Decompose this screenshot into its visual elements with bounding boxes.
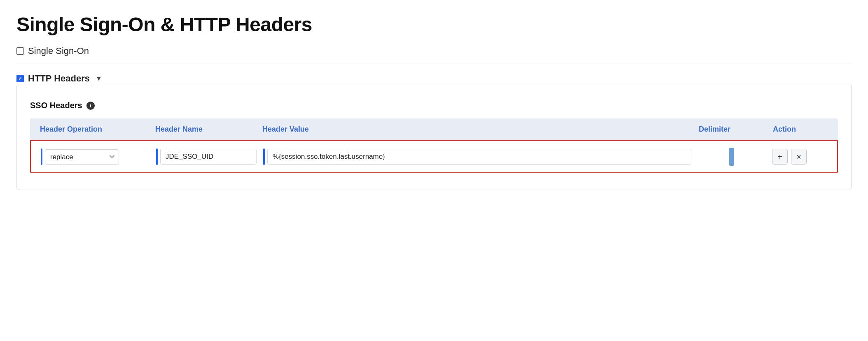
headers-panel: SSO Headers i Header Operation Header Na… [16,84,852,190]
table-row: replace add remove set [30,140,838,173]
sso-checkbox[interactable] [16,47,24,55]
sso-headers-title-row: SSO Headers i [30,101,838,110]
col-header-operation: Header Operation [37,123,152,135]
delimiter-bar [729,148,734,166]
sso-label: Single Sign-On [28,46,89,56]
http-headers-checkbox[interactable] [16,75,24,82]
header-name-cell [153,147,260,167]
operation-cell: replace add remove set [37,147,153,167]
http-headers-section: HTTP Headers ▼ [16,73,852,84]
name-blue-bar [156,148,158,165]
operation-select[interactable]: replace add remove set [45,149,119,165]
http-headers-dropdown-arrow[interactable]: ▼ [96,75,102,82]
action-cell: + × [769,147,831,166]
header-name-input[interactable] [160,149,257,165]
col-header-value: Header Value [259,123,695,135]
sso-section: Single Sign-On [16,46,852,56]
value-blue-bar [263,148,265,165]
add-row-button[interactable]: + [772,149,788,165]
info-icon[interactable]: i [86,102,95,110]
header-value-cell [260,147,695,167]
sso-headers-label: SSO Headers [30,101,82,110]
col-header-name: Header Name [152,123,259,135]
divider [16,63,852,63]
col-header-action: Action [770,123,831,135]
sso-headers-table: Header Operation Header Name Header Valu… [30,118,838,173]
operation-blue-bar [41,148,42,165]
http-headers-label: HTTP Headers [28,73,90,84]
action-buttons: + × [772,149,807,165]
delimiter-cell [695,146,769,167]
col-header-delimiter: Delimiter [695,123,770,135]
header-value-input[interactable] [267,149,691,165]
remove-row-button[interactable]: × [791,149,807,165]
page-title: Single Sign-On & HTTP Headers [16,13,852,36]
table-header-row: Header Operation Header Name Header Valu… [30,118,838,140]
operation-select-wrapper: replace add remove set [45,149,149,165]
